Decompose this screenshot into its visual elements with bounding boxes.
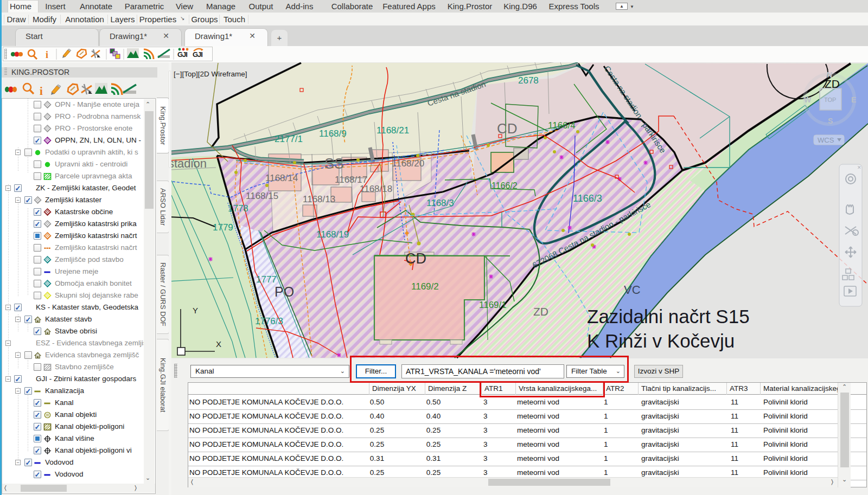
svg-text:1169/2: 1169/2 xyxy=(411,281,439,292)
svg-text:CD: CD xyxy=(405,250,426,267)
svg-text:K Rinži v Kočevju: K Rinži v Kočevju xyxy=(587,330,735,351)
svg-text:Y: Y xyxy=(193,306,198,315)
svg-text:ZD: ZD xyxy=(533,305,548,318)
svg-text:WCS: WCS xyxy=(818,136,834,144)
svg-text:GJI: GJI xyxy=(177,50,187,59)
svg-text:1168/19: 1168/19 xyxy=(316,229,349,240)
svg-text:E: E xyxy=(851,95,856,104)
svg-text:2678: 2678 xyxy=(518,75,539,86)
svg-text:1168/9: 1168/9 xyxy=(319,128,347,139)
svg-text:1168/20: 1168/20 xyxy=(392,158,424,169)
svg-text:1168/18: 1168/18 xyxy=(360,184,392,194)
svg-text:X: X xyxy=(216,339,221,349)
svg-text:i: i xyxy=(40,85,43,98)
svg-text:CD: CD xyxy=(497,120,518,137)
svg-text:2177/1: 2177/1 xyxy=(275,134,303,144)
svg-text:1777: 1777 xyxy=(256,274,277,285)
svg-text:1166/2: 1166/2 xyxy=(492,181,518,190)
svg-text:1168/21: 1168/21 xyxy=(376,125,409,136)
svg-text:SS: SS xyxy=(324,156,344,172)
svg-text:1779: 1779 xyxy=(213,222,233,233)
svg-text:1168/3: 1168/3 xyxy=(426,198,454,208)
svg-text:i: i xyxy=(46,49,48,60)
svg-text:W: W xyxy=(804,95,812,104)
svg-text:1776/3: 1776/3 xyxy=(255,316,283,326)
svg-text:1778: 1778 xyxy=(228,203,248,214)
svg-text:stadion: stadion xyxy=(171,157,207,170)
svg-text:GJI: GJI xyxy=(193,50,202,59)
svg-text:1168/13: 1168/13 xyxy=(303,194,335,204)
svg-text:1168/15: 1168/15 xyxy=(246,191,278,201)
svg-text:TOP: TOP xyxy=(824,97,836,103)
svg-text:1166/4: 1166/4 xyxy=(548,120,576,131)
svg-text:Zazidalni načrt S15: Zazidalni načrt S15 xyxy=(587,306,750,327)
svg-text:S: S xyxy=(828,117,833,125)
svg-text:VC: VC xyxy=(624,283,641,297)
svg-text:✕: ✕ xyxy=(857,165,861,170)
svg-text:1168/14: 1168/14 xyxy=(265,173,298,183)
svg-text:1169/1: 1169/1 xyxy=(479,300,507,310)
svg-text:1166/3: 1166/3 xyxy=(573,193,602,204)
svg-text:PO: PO xyxy=(275,284,294,299)
svg-text:[−][Top][2D Wireframe]: [−][Top][2D Wireframe] xyxy=(174,70,247,78)
svg-text:N: N xyxy=(827,70,832,79)
